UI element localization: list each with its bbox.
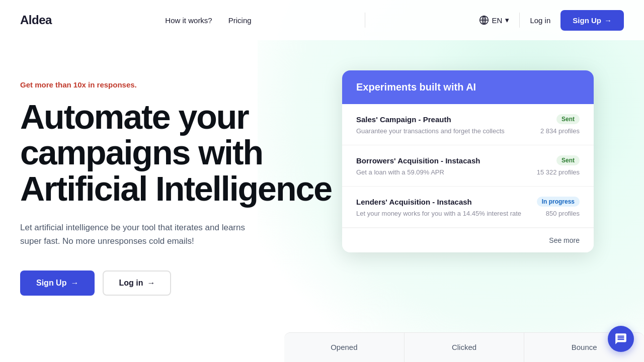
hero-login-arrow: → [147,279,155,288]
list-item[interactable]: Sales' Campaign - Preauth Sent Guarantee… [342,104,594,145]
exp-profiles-3: 850 profiles [546,210,580,217]
hero-login-label: Log in [119,279,143,288]
exp-name-2: Borrowers' Acquisition - Instacash [356,156,480,165]
see-more-link[interactable]: See more [549,236,580,244]
hero-signup-button[interactable]: Sign Up → [20,270,95,296]
card-header-title: Experiments built with AI [356,81,580,93]
hero-tagline: Get more than 10x in responses. [20,80,342,89]
stat-label-opened: Opened [331,343,357,351]
list-item[interactable]: Lenders' Acquisition - Instacash In prog… [342,187,594,228]
hero-title: Automate your campaigns with Artificial … [20,99,342,207]
status-badge-2: Sent [556,155,580,165]
hero-title-line1: Automate your [20,98,249,136]
hero-subtitle: Let artificial intelligence be your tool… [20,221,262,248]
navbar: Aldea How it works? Pricing EN ▾ Log in … [0,0,644,40]
hero-section: Get more than 10x in responses. Automate… [0,40,644,332]
hero-buttons: Sign Up → Log in → [20,270,342,296]
card-header: Experiments built with AI [342,70,594,104]
nav-divider-2 [519,13,520,28]
nav-signup-arrow: → [604,16,612,25]
hero-signup-label: Sign Up [36,279,66,288]
chevron-down-icon: ▾ [505,16,509,25]
exp-name-1: Sales' Campaign - Preauth [356,115,451,124]
experiments-card: Experiments built with AI Sales' Campaig… [342,70,594,252]
nav-center: How it works? Pricing [165,16,251,25]
nav-signup-label: Sign Up [573,16,601,25]
exp-profiles-2: 15 322 profiles [537,168,580,176]
nav-signup-button[interactable]: Sign Up → [560,10,624,31]
hero-title-line3: Artificial Intelligence [20,169,332,208]
hero-right: Experiments built with AI Sales' Campaig… [342,70,594,332]
stat-label-bounce: Bounce [572,343,597,351]
stat-cell-clicked: Clicked [405,333,525,362]
exp-desc-2: Get a loan with a 59.09% APR [356,168,444,176]
nav-link-pricing[interactable]: Pricing [228,16,252,25]
exp-name-3: Lenders' Acquisition - Instacash [356,198,472,206]
stat-cell-opened: Opened [284,333,405,362]
language-label: EN [492,16,503,25]
nav-right: EN ▾ Log in Sign Up → [479,10,624,31]
nav-link-how-it-works[interactable]: How it works? [165,16,212,25]
stat-label-clicked: Clicked [452,343,476,351]
status-badge-1: Sent [556,114,580,124]
chat-icon [614,332,627,345]
see-more-row: See more [342,228,594,252]
hero-login-button[interactable]: Log in → [103,270,171,296]
logo: Aldea [20,13,52,27]
nav-divider [365,13,365,28]
hero-title-line2: campaigns with [20,133,263,171]
language-selector[interactable]: EN ▾ [479,15,510,25]
hero-signup-arrow: → [70,279,78,288]
status-badge-3: In progress [537,197,580,207]
exp-desc-3: Let your money works for you with a 14.4… [356,210,521,217]
globe-icon [479,15,489,25]
exp-profiles-1: 2 834 profiles [540,127,580,135]
stats-bar: Opened Clicked Bounce [284,332,644,362]
exp-desc-1: Guarantee your transactions and forget t… [356,127,505,135]
card-body: Sales' Campaign - Preauth Sent Guarantee… [342,104,594,252]
list-item[interactable]: Borrowers' Acquisition - Instacash Sent … [342,145,594,187]
chat-button[interactable] [608,326,634,352]
nav-login-button[interactable]: Log in [530,16,550,25]
hero-left: Get more than 10x in responses. Automate… [20,70,342,332]
